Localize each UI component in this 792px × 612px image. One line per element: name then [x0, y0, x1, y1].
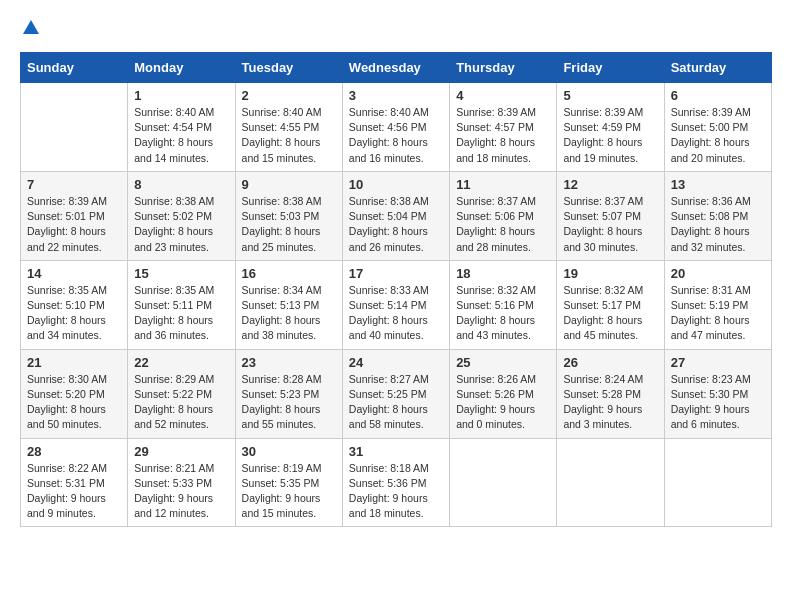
calendar-table: SundayMondayTuesdayWednesdayThursdayFrid… — [20, 52, 772, 527]
day-info: Sunrise: 8:23 AM Sunset: 5:30 PM Dayligh… — [671, 372, 765, 433]
day-number: 2 — [242, 88, 336, 103]
day-info: Sunrise: 8:35 AM Sunset: 5:11 PM Dayligh… — [134, 283, 228, 344]
calendar-cell: 2Sunrise: 8:40 AM Sunset: 4:55 PM Daylig… — [235, 83, 342, 172]
calendar-cell: 8Sunrise: 8:38 AM Sunset: 5:02 PM Daylig… — [128, 171, 235, 260]
day-info: Sunrise: 8:39 AM Sunset: 5:00 PM Dayligh… — [671, 105, 765, 166]
day-info: Sunrise: 8:40 AM Sunset: 4:54 PM Dayligh… — [134, 105, 228, 166]
day-info: Sunrise: 8:29 AM Sunset: 5:22 PM Dayligh… — [134, 372, 228, 433]
calendar-cell: 6Sunrise: 8:39 AM Sunset: 5:00 PM Daylig… — [664, 83, 771, 172]
day-number: 9 — [242, 177, 336, 192]
calendar-cell: 7Sunrise: 8:39 AM Sunset: 5:01 PM Daylig… — [21, 171, 128, 260]
calendar-cell: 21Sunrise: 8:30 AM Sunset: 5:20 PM Dayli… — [21, 349, 128, 438]
calendar-cell: 23Sunrise: 8:28 AM Sunset: 5:23 PM Dayli… — [235, 349, 342, 438]
day-info: Sunrise: 8:28 AM Sunset: 5:23 PM Dayligh… — [242, 372, 336, 433]
calendar-row-0: 1Sunrise: 8:40 AM Sunset: 4:54 PM Daylig… — [21, 83, 772, 172]
day-number: 22 — [134, 355, 228, 370]
day-info: Sunrise: 8:40 AM Sunset: 4:56 PM Dayligh… — [349, 105, 443, 166]
calendar-cell: 5Sunrise: 8:39 AM Sunset: 4:59 PM Daylig… — [557, 83, 664, 172]
day-number: 21 — [27, 355, 121, 370]
calendar-row-4: 28Sunrise: 8:22 AM Sunset: 5:31 PM Dayli… — [21, 438, 772, 527]
calendar-cell: 28Sunrise: 8:22 AM Sunset: 5:31 PM Dayli… — [21, 438, 128, 527]
day-number: 29 — [134, 444, 228, 459]
day-number: 23 — [242, 355, 336, 370]
day-info: Sunrise: 8:22 AM Sunset: 5:31 PM Dayligh… — [27, 461, 121, 522]
day-info: Sunrise: 8:39 AM Sunset: 5:01 PM Dayligh… — [27, 194, 121, 255]
day-number: 8 — [134, 177, 228, 192]
day-number: 5 — [563, 88, 657, 103]
day-info: Sunrise: 8:39 AM Sunset: 4:59 PM Dayligh… — [563, 105, 657, 166]
calendar-row-1: 7Sunrise: 8:39 AM Sunset: 5:01 PM Daylig… — [21, 171, 772, 260]
calendar-header-tuesday: Tuesday — [235, 53, 342, 83]
calendar-header-thursday: Thursday — [450, 53, 557, 83]
day-number: 1 — [134, 88, 228, 103]
logo-triangle-icon — [23, 20, 39, 34]
calendar-cell — [450, 438, 557, 527]
day-info: Sunrise: 8:35 AM Sunset: 5:10 PM Dayligh… — [27, 283, 121, 344]
calendar-cell: 17Sunrise: 8:33 AM Sunset: 5:14 PM Dayli… — [342, 260, 449, 349]
calendar-cell: 12Sunrise: 8:37 AM Sunset: 5:07 PM Dayli… — [557, 171, 664, 260]
day-number: 28 — [27, 444, 121, 459]
calendar-cell: 3Sunrise: 8:40 AM Sunset: 4:56 PM Daylig… — [342, 83, 449, 172]
day-number: 4 — [456, 88, 550, 103]
day-number: 7 — [27, 177, 121, 192]
day-info: Sunrise: 8:38 AM Sunset: 5:03 PM Dayligh… — [242, 194, 336, 255]
day-number: 20 — [671, 266, 765, 281]
calendar-cell — [664, 438, 771, 527]
calendar-cell: 30Sunrise: 8:19 AM Sunset: 5:35 PM Dayli… — [235, 438, 342, 527]
day-info: Sunrise: 8:32 AM Sunset: 5:17 PM Dayligh… — [563, 283, 657, 344]
calendar-cell: 20Sunrise: 8:31 AM Sunset: 5:19 PM Dayli… — [664, 260, 771, 349]
calendar-cell: 13Sunrise: 8:36 AM Sunset: 5:08 PM Dayli… — [664, 171, 771, 260]
calendar-cell: 26Sunrise: 8:24 AM Sunset: 5:28 PM Dayli… — [557, 349, 664, 438]
day-number: 26 — [563, 355, 657, 370]
day-info: Sunrise: 8:18 AM Sunset: 5:36 PM Dayligh… — [349, 461, 443, 522]
calendar-cell: 25Sunrise: 8:26 AM Sunset: 5:26 PM Dayli… — [450, 349, 557, 438]
day-info: Sunrise: 8:27 AM Sunset: 5:25 PM Dayligh… — [349, 372, 443, 433]
calendar-header-friday: Friday — [557, 53, 664, 83]
calendar-cell: 31Sunrise: 8:18 AM Sunset: 5:36 PM Dayli… — [342, 438, 449, 527]
calendar-row-3: 21Sunrise: 8:30 AM Sunset: 5:20 PM Dayli… — [21, 349, 772, 438]
day-info: Sunrise: 8:19 AM Sunset: 5:35 PM Dayligh… — [242, 461, 336, 522]
calendar-cell: 16Sunrise: 8:34 AM Sunset: 5:13 PM Dayli… — [235, 260, 342, 349]
calendar-cell: 10Sunrise: 8:38 AM Sunset: 5:04 PM Dayli… — [342, 171, 449, 260]
calendar-cell: 27Sunrise: 8:23 AM Sunset: 5:30 PM Dayli… — [664, 349, 771, 438]
day-number: 18 — [456, 266, 550, 281]
day-number: 31 — [349, 444, 443, 459]
day-number: 3 — [349, 88, 443, 103]
day-info: Sunrise: 8:39 AM Sunset: 4:57 PM Dayligh… — [456, 105, 550, 166]
day-info: Sunrise: 8:40 AM Sunset: 4:55 PM Dayligh… — [242, 105, 336, 166]
day-number: 27 — [671, 355, 765, 370]
logo — [20, 20, 39, 36]
calendar-cell: 9Sunrise: 8:38 AM Sunset: 5:03 PM Daylig… — [235, 171, 342, 260]
day-number: 17 — [349, 266, 443, 281]
calendar-cell: 22Sunrise: 8:29 AM Sunset: 5:22 PM Dayli… — [128, 349, 235, 438]
calendar-header-row: SundayMondayTuesdayWednesdayThursdayFrid… — [21, 53, 772, 83]
calendar-cell: 24Sunrise: 8:27 AM Sunset: 5:25 PM Dayli… — [342, 349, 449, 438]
calendar-cell — [557, 438, 664, 527]
calendar-cell: 18Sunrise: 8:32 AM Sunset: 5:16 PM Dayli… — [450, 260, 557, 349]
day-number: 30 — [242, 444, 336, 459]
calendar-cell: 4Sunrise: 8:39 AM Sunset: 4:57 PM Daylig… — [450, 83, 557, 172]
day-info: Sunrise: 8:38 AM Sunset: 5:02 PM Dayligh… — [134, 194, 228, 255]
day-info: Sunrise: 8:21 AM Sunset: 5:33 PM Dayligh… — [134, 461, 228, 522]
day-info: Sunrise: 8:33 AM Sunset: 5:14 PM Dayligh… — [349, 283, 443, 344]
calendar-cell: 1Sunrise: 8:40 AM Sunset: 4:54 PM Daylig… — [128, 83, 235, 172]
day-number: 11 — [456, 177, 550, 192]
day-info: Sunrise: 8:24 AM Sunset: 5:28 PM Dayligh… — [563, 372, 657, 433]
day-number: 15 — [134, 266, 228, 281]
calendar-header-wednesday: Wednesday — [342, 53, 449, 83]
calendar-cell: 19Sunrise: 8:32 AM Sunset: 5:17 PM Dayli… — [557, 260, 664, 349]
day-info: Sunrise: 8:30 AM Sunset: 5:20 PM Dayligh… — [27, 372, 121, 433]
day-number: 14 — [27, 266, 121, 281]
day-info: Sunrise: 8:31 AM Sunset: 5:19 PM Dayligh… — [671, 283, 765, 344]
day-number: 13 — [671, 177, 765, 192]
page-header — [20, 20, 772, 36]
calendar-cell: 15Sunrise: 8:35 AM Sunset: 5:11 PM Dayli… — [128, 260, 235, 349]
day-number: 12 — [563, 177, 657, 192]
day-info: Sunrise: 8:37 AM Sunset: 5:07 PM Dayligh… — [563, 194, 657, 255]
day-info: Sunrise: 8:26 AM Sunset: 5:26 PM Dayligh… — [456, 372, 550, 433]
day-info: Sunrise: 8:32 AM Sunset: 5:16 PM Dayligh… — [456, 283, 550, 344]
day-info: Sunrise: 8:34 AM Sunset: 5:13 PM Dayligh… — [242, 283, 336, 344]
day-number: 19 — [563, 266, 657, 281]
day-number: 24 — [349, 355, 443, 370]
day-number: 25 — [456, 355, 550, 370]
